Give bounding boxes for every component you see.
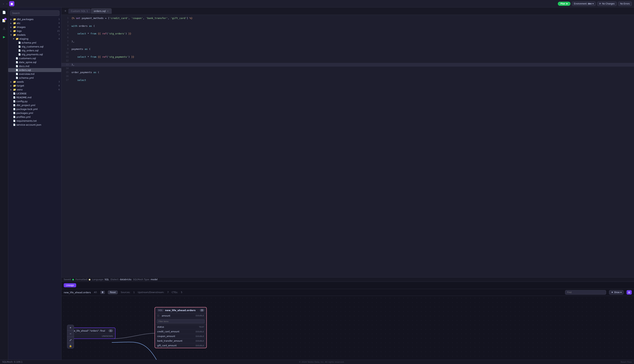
chevron-right-icon: ▶ (10, 18, 12, 20)
lock-button[interactable]: 🔒 (67, 344, 74, 348)
no-errors-button[interactable]: No Errors (618, 2, 632, 6)
fit-view-button[interactable]: ⤢ (67, 337, 74, 343)
item-label: packages.yml (17, 112, 60, 114)
sidebar-item-docs-md[interactable]: 📄 docs.md (8, 64, 61, 68)
forward-button[interactable]: › (6, 2, 8, 6)
sidebar-item-schema-yml-staging[interactable]: 📄 schema.yml (8, 41, 61, 45)
code-line: 14 (62, 66, 634, 70)
item-label: models (17, 34, 58, 36)
file-icon: 📄 (16, 73, 18, 75)
play-icon-button[interactable]: ▶ (1, 34, 7, 40)
saved-status: Saved: ● (64, 278, 74, 281)
sidebar-item-images[interactable]: ▶ 📁 images 4 (8, 25, 61, 29)
environment-button[interactable]: Environment: dev ▾ (572, 2, 596, 6)
sidebar-item-orders-sql[interactable]: 📄 orders.sql (8, 68, 61, 72)
add-tab-button[interactable]: + (63, 8, 68, 14)
files-icon-button[interactable]: 📄 (1, 9, 7, 15)
sidebar-item-config-py[interactable]: 📄 config.py (8, 99, 61, 103)
spacer (10, 124, 12, 126)
sidebar-item-requirements[interactable]: 📄 requirements.txt (8, 119, 61, 123)
sidebar-item-packages[interactable]: 📄 packages.yml (8, 111, 61, 115)
sidebar-item-logs[interactable]: ▶ 📁 logs 21 (8, 29, 61, 33)
language-status: Language: SQL (92, 278, 109, 281)
back-button[interactable]: ‹ (2, 2, 5, 6)
alert-icon-button[interactable]: ⚠ (1, 26, 7, 32)
folder-icon: 📁 (13, 18, 16, 21)
item-label: date_spine.sql (19, 61, 60, 64)
sidebar-item-target[interactable]: ▶ 📁 target 8 (8, 84, 61, 88)
sidebar-item-dbt-project[interactable]: 📄 dbt_project.yml (8, 103, 61, 107)
folder-icon: 📁 (13, 84, 16, 87)
sidebar-item-stg-orders[interactable]: 📄 stg_orders.sql (8, 48, 61, 52)
sidebar-item-stg-payments[interactable]: 📄 stg_payments.sql (8, 52, 61, 56)
node-field-coupon-amount[interactable]: coupon_amount DOUBLE (155, 334, 206, 339)
sidebar-item-overview-md[interactable]: 📄 overview.md (8, 72, 61, 76)
sidebar-item-service-account[interactable]: 📄 service-account.json (8, 123, 61, 127)
sources-label: Sources: (121, 291, 130, 294)
item-label: README.md (17, 96, 60, 99)
sidebar-item-readme[interactable]: 📄 README.md (8, 96, 61, 99)
code-line: 16 (62, 74, 634, 78)
code-content[interactable]: 1 {% set payment_methods = ['credit_card… (62, 15, 634, 277)
tab-orders-sql[interactable]: orders.sql × (91, 8, 112, 14)
flow-node-main[interactable]: SQL new_life_ahead.orders 9 ⓘ amount DOU… (155, 307, 207, 348)
tab-close-icon[interactable]: × (107, 10, 109, 12)
node-field-status[interactable]: status TEXT (155, 325, 206, 330)
find-input[interactable] (565, 290, 606, 294)
lineage-header: Lineage (62, 282, 634, 289)
sidebar-item-schema-yml-models[interactable]: 📄 schema.yml (8, 76, 61, 80)
node-field-bank-transfer-amount[interactable]: bank_transfer_amount DOUBLE (155, 339, 206, 343)
document-icon-button[interactable]: 📝 9 (1, 18, 7, 24)
spacer (10, 96, 12, 98)
show-button[interactable]: ▼ Show ▾ (609, 290, 623, 294)
sidebar-item-dbt-packages[interactable]: ▶ 📁 dbt_packages 1 (8, 17, 61, 21)
tab-custom-sql[interactable]: Custom SQL 1 (68, 8, 91, 14)
no-changes-button[interactable]: ⟳ No Changes (597, 2, 617, 6)
zoom-out-button[interactable]: − (67, 331, 74, 337)
info-icon: ⓘ (157, 314, 160, 317)
zoom-in-button[interactable]: + (67, 325, 74, 331)
search-input[interactable] (10, 10, 59, 16)
lineage-model-name: new_life_ahead.orders (64, 291, 91, 294)
file-icon: 📄 (18, 53, 21, 56)
folder-icon: 📁 (13, 26, 16, 28)
status-bar: Saved: ● Formatted: ● Language: SQL Dial… (62, 277, 634, 282)
lineage-canvas[interactable]: "new_life_ahead"."orders": final 1 UNKNO… (62, 296, 634, 360)
node-field-credit-card-amount[interactable]: credit_card_amount DOUBLE (155, 330, 206, 334)
sidebar-item-staging[interactable]: ▼ 📁 staging 4 (8, 37, 61, 41)
filter-items-input[interactable] (157, 319, 204, 324)
item-label: target (17, 84, 58, 87)
code-line-highlighted: 13 ), (62, 63, 634, 67)
spacer (12, 73, 15, 75)
file-icon: 📄 (13, 96, 16, 99)
item-label: profiles.yml (17, 116, 60, 118)
sidebar-item-customers[interactable]: 📄 customers.sql (8, 56, 61, 60)
node-field-gift-card-amount[interactable]: gift_card_amount DOUBLE (155, 343, 206, 348)
sidebar-item-license[interactable]: 📄 LICENSE (8, 92, 61, 96)
node-field-amount[interactable]: ⓘ amount DOUBLE (155, 314, 206, 318)
sidebar-item-stg-customers[interactable]: 📄 stg_customers.sql (8, 45, 61, 48)
item-label: requirements.txt (17, 120, 60, 122)
plan-button[interactable]: Plan (558, 2, 570, 6)
environment-value: dev (588, 2, 592, 5)
grid-view-button[interactable]: ⊞ (626, 290, 632, 294)
flow-node-left[interactable]: "new_life_ahead"."orders": final 1 UNKNO… (67, 328, 116, 339)
sidebar-item-models[interactable]: ▼ 📁 models 7 (8, 33, 61, 37)
sidebar-item-date-spine[interactable]: 📄 date_spine.sql (8, 60, 61, 64)
sidebar-item-profiles[interactable]: 📄 profiles.yml (8, 115, 61, 119)
file-icon: 📄 (16, 77, 18, 79)
sql-badge: SQL (157, 309, 164, 312)
sidebar-item-etc[interactable]: ▶ 📁 etc 0 (8, 21, 61, 25)
topbar-left: ‹ › ■ (2, 1, 14, 6)
sidebar-item-seeds[interactable]: ▶ 📁 seeds 3 (8, 80, 61, 84)
sidebar-item-package-lock[interactable]: 📄 package-lock.yml (8, 107, 61, 111)
lineage-connector-svg (62, 296, 634, 360)
file-icon: 📄 (16, 65, 18, 67)
notification-badge: 9 (4, 18, 7, 20)
lineage-button[interactable]: Lineage (64, 283, 76, 287)
code-editor: 1 {% set payment_methods = ['credit_card… (62, 15, 634, 282)
reset-button[interactable]: Reset (108, 290, 118, 294)
file-icon: 📄 (18, 46, 21, 48)
file-icon: 📄 (13, 120, 16, 122)
sidebar-item-venv[interactable]: ▶ 📁 venv 6 (8, 88, 61, 92)
